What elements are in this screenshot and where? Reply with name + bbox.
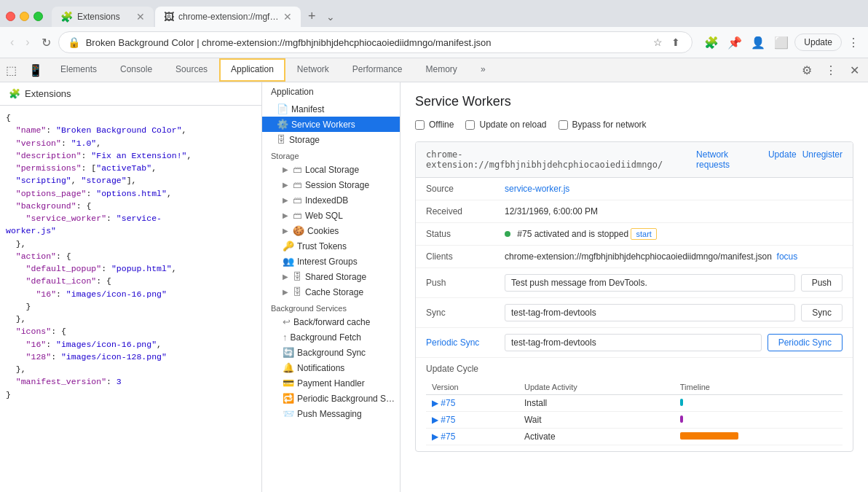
service-workers-panel: Service Workers Offline Update on reload…	[401, 82, 868, 492]
tree-item-cookies[interactable]: ▶ 🍪 Cookies	[262, 223, 400, 238]
table-row: ▶ #75 Activate	[426, 429, 843, 445]
tab-overflow-button[interactable]: ⌄	[323, 8, 338, 26]
tree-item-cache-storage[interactable]: ▶ 🗄 Cache Storage	[262, 284, 400, 300]
tab-application[interactable]: Application	[219, 58, 285, 82]
tab-memory[interactable]: Memory	[414, 58, 469, 82]
update-button[interactable]: Update	[794, 34, 842, 51]
tree-item-manifest-label: Manifest	[291, 104, 324, 114]
clients-field: Clients chrome-extension://mgfbhjnibhjde…	[416, 246, 853, 268]
update-on-reload-checkbox[interactable]	[465, 120, 475, 130]
unregister-link[interactable]: Unregister	[802, 149, 843, 170]
version-cell-1[interactable]: ▶ #75	[426, 412, 518, 429]
close-button[interactable]	[6, 12, 15, 21]
bypass-for-network-checkbox[interactable]	[559, 120, 568, 130]
settings-icon[interactable]: ⚙	[796, 59, 818, 82]
tree-item-storage-top[interactable]: 🗄 Storage	[262, 132, 400, 147]
forward-button[interactable]: ›	[21, 33, 33, 52]
close-devtools-icon[interactable]: ✕	[844, 59, 865, 82]
devtools-toggle-icon[interactable]: ⬜	[771, 34, 792, 51]
sw-options: Offline Update on reload Bypass for netw…	[415, 120, 853, 130]
tree-item-bg-sync[interactable]: 🔄 Background Sync	[262, 345, 400, 360]
json-line: "service_worker": "service-	[6, 212, 256, 224]
tab-performance[interactable]: Performance	[341, 58, 414, 82]
extensions-sidebar-icon: 🧩	[9, 88, 20, 99]
json-line: },	[6, 363, 256, 375]
browser-tab-extensions[interactable]: 🧩 Extensions ✕	[52, 7, 154, 27]
more-options-icon[interactable]: ⋮	[819, 59, 843, 82]
tree-item-interest-groups[interactable]: 👥 Interest Groups	[262, 254, 400, 269]
sw-worker-url: chrome-extension://mgfbhjnibhjdehcphioca…	[426, 149, 696, 170]
devtools-toolbar: ⬚ 📱 Elements Console Sources Application…	[0, 58, 868, 82]
update-on-reload-label[interactable]: Update on reload	[465, 120, 546, 130]
tree-item-payment-handler[interactable]: 💳 Payment Handler	[262, 375, 400, 391]
tab-sources[interactable]: Sources	[164, 58, 219, 82]
sync-input[interactable]	[505, 304, 795, 321]
push-button[interactable]: Push	[801, 274, 843, 292]
tree-item-service-workers[interactable]: ⚙️ Service Workers	[262, 117, 400, 132]
tab-more[interactable]: »	[469, 58, 497, 82]
bookmark-button[interactable]: ☆	[650, 35, 666, 50]
background-services-section-header[interactable]: Background Services	[262, 300, 400, 314]
tree-item-local-storage[interactable]: ▶ 🗃 Local Storage	[262, 162, 400, 177]
tab-network[interactable]: Network	[285, 58, 341, 82]
offline-checkbox[interactable]	[415, 120, 425, 130]
json-line: "16": "images/icon-16.png"	[6, 288, 256, 300]
tree-item-bg-fetch[interactable]: ↑ Background Fetch	[262, 329, 400, 345]
update-link[interactable]: Update	[768, 149, 797, 170]
tree-item-session-storage[interactable]: ▶ 🗃 Session Storage	[262, 177, 400, 192]
tree-item-notifications[interactable]: 🔔 Notifications	[262, 360, 400, 375]
manifest-icon: 📄	[277, 104, 288, 114]
bypass-for-network-label[interactable]: Bypass for network	[559, 120, 647, 130]
back-button[interactable]: ‹	[6, 33, 18, 52]
extensions-area-icon[interactable]: 🧩	[701, 34, 722, 51]
tree-item-manifest[interactable]: 📄 Manifest	[262, 101, 400, 117]
network-requests-link[interactable]: Network requests	[696, 149, 762, 170]
interest-groups-icon: 👥	[283, 256, 294, 267]
start-link[interactable]: start	[631, 228, 656, 240]
tree-item-web-sql[interactable]: ▶ 🗃 Web SQL	[262, 208, 400, 223]
periodic-sync-input[interactable]	[505, 334, 762, 351]
status-dot	[505, 231, 510, 237]
focus-link[interactable]: focus	[777, 251, 798, 262]
bg-fetch-icon: ↑	[283, 332, 288, 343]
share-button[interactable]: ⬆	[668, 35, 683, 50]
tree-item-periodic-bg[interactable]: 🔁 Periodic Background S…	[262, 391, 400, 406]
push-input[interactable]	[505, 274, 795, 292]
reload-button[interactable]: ↻	[37, 33, 55, 52]
address-bar[interactable]: 🔒 Broken Background Color | chrome-exten…	[58, 31, 693, 53]
push-pin-icon[interactable]: 📌	[725, 34, 745, 51]
update-cycle-section: Update Cycle Version Update Activity Tim…	[416, 358, 853, 451]
menu-button[interactable]: ⋮	[845, 34, 862, 51]
tree-item-push-messaging[interactable]: 📨 Push Messaging	[262, 406, 400, 421]
version-cell-0[interactable]: ▶ #75	[426, 395, 518, 412]
extensions-tab-close[interactable]: ✕	[136, 11, 145, 23]
storage-section-header[interactable]: Storage	[262, 147, 400, 162]
web-sql-icon: 🗃	[293, 210, 302, 221]
json-line: "version": "1.0",	[6, 137, 256, 149]
offline-checkbox-label[interactable]: Offline	[415, 120, 454, 130]
new-tab-button[interactable]: +	[302, 6, 322, 27]
source-link[interactable]: service-worker.js	[505, 184, 843, 194]
periodic-sync-button[interactable]: Periodic Sync	[768, 334, 843, 351]
tree-item-back-forward[interactable]: ↩ Back/forward cache	[262, 314, 400, 329]
web-sql-label: Web SQL	[305, 211, 343, 221]
version-cell-2[interactable]: ▶ #75	[426, 429, 518, 445]
minimize-button[interactable]	[20, 12, 29, 21]
inspect-icon[interactable]: ⬚	[0, 59, 23, 82]
browser-tab-devtools[interactable]: 🖼 chrome-extension://mgfbhjnib… ✕	[155, 7, 301, 27]
tree-item-indexeddb[interactable]: ▶ 🗃 IndexedDB	[262, 192, 400, 208]
maximize-button[interactable]	[33, 12, 43, 21]
tree-item-trust-tokens[interactable]: 🔑 Trust Tokens	[262, 238, 400, 254]
tab-elements[interactable]: Elements	[49, 58, 108, 82]
profile-icon[interactable]: 👤	[748, 34, 768, 51]
bg-sync-icon: 🔄	[283, 347, 294, 358]
update-cycle-label: Update Cycle	[426, 364, 843, 374]
activity-cell-2: Activate	[518, 429, 674, 445]
tab-console[interactable]: Console	[108, 58, 164, 82]
tree-item-shared-storage[interactable]: ▶ 🗄 Shared Storage	[262, 269, 400, 284]
status-value: #75 activated and is stopped start	[505, 229, 843, 239]
sync-button[interactable]: Sync	[801, 304, 843, 321]
app-tree-panel: Application 📄 Manifest ⚙️ Service Worker…	[262, 82, 401, 492]
devtools-tab-close[interactable]: ✕	[283, 11, 292, 23]
device-icon[interactable]: 📱	[23, 59, 49, 82]
